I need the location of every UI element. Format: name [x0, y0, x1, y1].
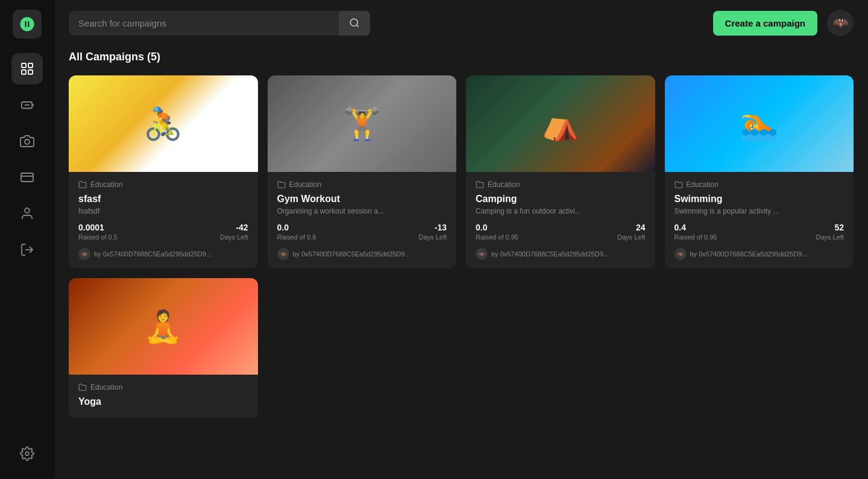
- campaigns-grid-row2: 🧘 Education Yoga: [69, 278, 854, 418]
- campaign-card-sfasf[interactable]: 🚴 Education sfasf fsafsdf 0.0001 Raised …: [69, 75, 258, 268]
- folder-icon: [78, 180, 87, 189]
- campaign-card-gym-workout[interactable]: 🏋️ Education Gym Workout Organising a wo…: [268, 75, 457, 268]
- folder-icon: [78, 383, 87, 392]
- svg-rect-0: [22, 63, 26, 68]
- card-image-camping: ⛺: [466, 75, 655, 172]
- card-stats: 0.0 Raised of 0.95 24 Days Left: [476, 223, 646, 241]
- card-title: Camping: [476, 194, 646, 205]
- days-left-value: 24: [617, 223, 645, 232]
- sidebar: [0, 0, 54, 479]
- creator-avatar-icon: 🦇: [675, 248, 687, 260]
- creator-address: by 0x57400D7688C5Ea5d295dd25D9...: [491, 250, 609, 258]
- card-title: sfasf: [78, 194, 248, 205]
- main-content: Create a campaign 🦇 All Campaigns (5) 🚴 …: [54, 0, 868, 479]
- sidebar-item-campaigns[interactable]: [11, 89, 43, 121]
- creator-address: by 0x57400D7688C5Ea5d295dd25D9...: [690, 250, 808, 258]
- category-label: Education: [90, 180, 122, 189]
- svg-rect-2: [22, 70, 26, 74]
- campaigns-grid-row1: 🚴 Education sfasf fsafsdf 0.0001 Raised …: [69, 75, 854, 268]
- days-left-label: Days Left: [419, 233, 447, 241]
- raised-value: 0.0: [476, 223, 518, 232]
- section-title: All Campaigns (5): [69, 51, 854, 63]
- raised-value: 0.0: [277, 223, 316, 232]
- raised-value: 0.4: [675, 223, 717, 232]
- avatar[interactable]: 🦇: [827, 10, 854, 36]
- card-title: Yoga: [78, 396, 248, 407]
- card-title: Swimming: [675, 194, 844, 205]
- create-campaign-button[interactable]: Create a campaign: [713, 11, 817, 36]
- svg-rect-3: [28, 70, 33, 74]
- card-category: Education: [675, 180, 844, 189]
- card-body: Education Swimming Swimming is a popular…: [665, 172, 854, 268]
- svg-line-12: [356, 25, 358, 27]
- category-label: Education: [488, 180, 520, 189]
- folder-icon: [476, 180, 484, 189]
- search-input[interactable]: [69, 11, 370, 36]
- days-left-value: -13: [419, 223, 447, 232]
- campaign-card-camping[interactable]: ⛺ Education Camping Camping is a fun out…: [466, 75, 655, 268]
- card-stats: 0.4 Raised of 0.95 52 Days Left: [675, 223, 844, 241]
- avatar-icon: 🦇: [832, 15, 849, 31]
- folder-icon: [675, 180, 683, 189]
- sidebar-item-logout[interactable]: [11, 234, 43, 265]
- card-description: fsafsdf: [78, 207, 248, 215]
- days-left-value: -42: [220, 223, 248, 232]
- card-description: Organising a workout session a...: [277, 207, 447, 215]
- card-body: Education sfasf fsafsdf 0.0001 Raised of…: [69, 172, 258, 268]
- days-left-label: Days Left: [816, 233, 844, 241]
- folder-icon: [277, 180, 286, 189]
- search-button[interactable]: [339, 11, 370, 36]
- creator-avatar-icon: 🦇: [277, 248, 289, 260]
- card-creator: 🦇 by 0x57400D7688C5Ea5d295dd25D9...: [277, 248, 447, 260]
- card-creator: 🦇 by 0x57400D7688C5Ea5d295dd25D9...: [78, 248, 248, 260]
- sidebar-item-finance[interactable]: [11, 162, 43, 193]
- card-description: Swimming is a popular activity ...: [675, 207, 844, 215]
- campaign-card-yoga[interactable]: 🧘 Education Yoga: [69, 278, 258, 418]
- category-label: Education: [289, 180, 321, 189]
- card-category: Education: [277, 180, 447, 189]
- raised-label: Raised of 0.8: [277, 233, 316, 241]
- card-image-gym: 🏋️: [268, 75, 457, 172]
- card-image-cycling: 🚴: [69, 75, 258, 172]
- card-body: Education Yoga: [69, 375, 258, 418]
- svg-rect-1: [28, 63, 33, 68]
- svg-point-5: [25, 139, 30, 144]
- creator-avatar-icon: 🦇: [78, 248, 90, 260]
- sidebar-item-camera[interactable]: [11, 125, 43, 157]
- days-left-value: 52: [816, 223, 844, 232]
- raised-label: Raised of 0.95: [476, 233, 518, 241]
- raised-value: 0.0001: [78, 223, 118, 232]
- raised-label: Raised of 0.95: [675, 233, 717, 241]
- sidebar-item-profile[interactable]: [11, 198, 43, 229]
- card-category: Education: [476, 180, 646, 189]
- days-left-label: Days Left: [617, 233, 645, 241]
- sidebar-bottom: [11, 438, 43, 469]
- header: Create a campaign 🦇: [54, 0, 868, 46]
- card-title: Gym Workout: [277, 194, 447, 205]
- card-creator: 🦇 by 0x57400D7688C5Ea5d295dd25D9...: [675, 248, 844, 260]
- creator-address: by 0x57400D7688C5Ea5d295dd25D9...: [94, 250, 212, 258]
- card-stats: 0.0 Raised of 0.8 -13 Days Left: [277, 223, 447, 241]
- svg-point-11: [350, 19, 357, 26]
- svg-point-10: [25, 452, 29, 455]
- creator-address: by 0x57400D7688C5Ea5d295dd25D9...: [293, 250, 410, 258]
- card-category: Education: [78, 383, 248, 392]
- card-body: Education Gym Workout Organising a worko…: [268, 172, 457, 268]
- category-label: Education: [687, 180, 719, 189]
- card-description: Camping is a fun outdoor activi...: [476, 207, 646, 215]
- card-body: Education Camping Camping is a fun outdo…: [466, 172, 655, 268]
- days-left-label: Days Left: [220, 233, 248, 241]
- sidebar-item-dashboard[interactable]: [11, 53, 43, 84]
- card-image-swimming: 🏊: [665, 75, 854, 172]
- sidebar-item-settings[interactable]: [11, 438, 43, 469]
- card-category: Education: [78, 180, 248, 189]
- category-label: Education: [90, 383, 122, 392]
- app-logo[interactable]: [13, 10, 42, 39]
- svg-point-8: [25, 208, 30, 213]
- campaign-card-swimming[interactable]: 🏊 Education Swimming Swimming is a popul…: [665, 75, 854, 268]
- content-area: All Campaigns (5) 🚴 Education sfasf fsaf…: [54, 46, 868, 479]
- card-creator: 🦇 by 0x57400D7688C5Ea5d295dd25D9...: [476, 248, 646, 260]
- creator-avatar-icon: 🦇: [476, 248, 488, 260]
- svg-rect-6: [21, 173, 33, 182]
- raised-label: Raised of 0.5: [78, 233, 118, 241]
